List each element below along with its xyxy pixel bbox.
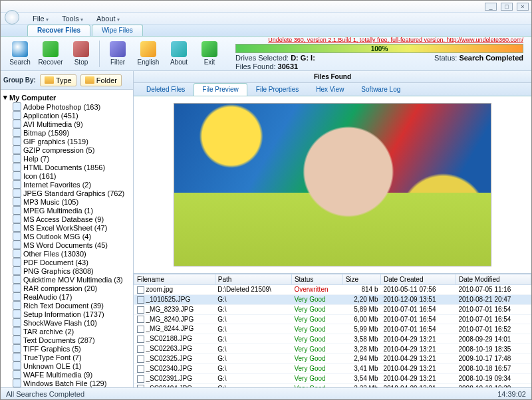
tree-item[interactable]: MS Word Documents (45): [2, 241, 132, 249]
stop-button[interactable]: Stop: [66, 39, 96, 69]
row-checkbox[interactable]: [137, 375, 144, 383]
search-icon: [12, 41, 28, 57]
filetype-icon: [13, 344, 21, 353]
table-row[interactable]: _SC02263.JPGG:\Very Good3,28 Mb2010-04-2…: [134, 344, 531, 354]
menu-about[interactable]: About: [91, 14, 125, 23]
table-row[interactable]: _SC02404.JPGG:\Very Good3,33 Mb2010-04-2…: [134, 383, 531, 387]
tab-software-log[interactable]: Software Log: [352, 83, 409, 96]
tree-item[interactable]: RAR compression (20): [2, 284, 132, 292]
row-checkbox[interactable]: [137, 306, 144, 314]
file-list[interactable]: Filename Path Status Size Date Created D…: [134, 273, 531, 387]
filetype-icon: [13, 189, 21, 197]
tree-item[interactable]: PNG Graphics (8308): [2, 266, 132, 275]
close-button[interactable]: ×: [517, 3, 529, 11]
tree-item[interactable]: GZIP compression (5): [2, 146, 132, 154]
tree-item[interactable]: TrueType Font (7): [2, 353, 132, 361]
about-button[interactable]: About: [164, 39, 194, 69]
tree-item[interactable]: Text Documents (287): [2, 336, 132, 344]
table-row[interactable]: _1010525.JPGG:\Very Good2,20 Mb2010-12-0…: [134, 294, 531, 304]
recover-button[interactable]: Recover: [36, 39, 65, 69]
tree-root[interactable]: ▾ My Computer: [2, 92, 132, 102]
tree-item[interactable]: GIF graphics (1519): [2, 137, 132, 146]
col-created[interactable]: Date Created: [381, 274, 456, 285]
row-checkbox[interactable]: [137, 385, 144, 387]
tree-item[interactable]: Rich Text Document (39): [2, 301, 132, 310]
table-row[interactable]: _SC02340.JPGG:\Very Good3,41 Mb2010-04-2…: [134, 363, 531, 373]
tree-item[interactable]: Icon (161): [2, 171, 132, 180]
minimize-button[interactable]: _: [485, 3, 497, 11]
tab-file-preview[interactable]: File Preview: [194, 83, 247, 96]
filetype-icon: [13, 336, 21, 344]
search-button[interactable]: Search: [5, 39, 35, 69]
tree-item[interactable]: RealAudio (17): [2, 292, 132, 301]
tab-recover-files[interactable]: Recover Files: [27, 25, 90, 36]
tree-item[interactable]: Help (7): [2, 154, 132, 163]
tree-item[interactable]: MPEG Multimedia (1): [2, 206, 132, 215]
col-size[interactable]: Size: [342, 274, 380, 285]
table-row[interactable]: zoom.jpgD:\Deleted 21509\Overwritten814 …: [134, 285, 531, 295]
row-checkbox[interactable]: [137, 326, 144, 333]
row-checkbox[interactable]: [137, 355, 144, 363]
tree-item[interactable]: PDF Document (43): [2, 258, 132, 266]
table-row[interactable]: _SC02391.JPGG:\Very Good3,54 Mb2010-04-2…: [134, 373, 531, 383]
row-checkbox[interactable]: [137, 365, 144, 373]
tree-item[interactable]: HTML Documents (1856): [2, 163, 132, 171]
tree-item[interactable]: Application (451): [2, 111, 132, 120]
preview-pane: [134, 96, 531, 273]
tree-item[interactable]: TIFF Graphics (5): [2, 344, 132, 353]
tree-item[interactable]: MS Access Database (9): [2, 215, 132, 223]
tree-item[interactable]: AVI Multimedia (9): [2, 120, 132, 128]
tree-item[interactable]: ShockWave Flash (10): [2, 318, 132, 327]
filetype-icon: [13, 327, 21, 336]
language-button[interactable]: English: [134, 39, 163, 69]
maximize-button[interactable]: □: [501, 3, 513, 11]
tree-item[interactable]: Quicktime MOV Multimedia (3): [2, 275, 132, 284]
col-status[interactable]: Status: [291, 274, 342, 285]
filetype-icon: [13, 146, 21, 154]
tree-item[interactable]: Adobe Photoshop (163): [2, 102, 132, 111]
tree-item[interactable]: MS Excel WorkSheet (47): [2, 223, 132, 232]
col-modified[interactable]: Date Modified: [456, 274, 531, 285]
version-banner-link[interactable]: Undelete 360, version 2.1.Build 1, total…: [235, 37, 523, 43]
group-folder-button[interactable]: Folder: [80, 74, 122, 86]
tab-wipe-files[interactable]: Wipe Files: [92, 25, 143, 36]
tree-item[interactable]: WAFE Multimedia (9): [2, 370, 132, 379]
tree-item[interactable]: Other Files (13030): [2, 249, 132, 258]
tree-item[interactable]: Bitmap (1599): [2, 128, 132, 137]
tab-deleted-files[interactable]: Deleted Files: [138, 83, 194, 96]
row-checkbox[interactable]: [137, 296, 144, 304]
col-filename[interactable]: Filename: [134, 274, 215, 285]
tree-item[interactable]: MP3 Music (105): [2, 197, 132, 206]
about-icon: [171, 41, 187, 57]
tree-item[interactable]: Internet Favorites (2): [2, 180, 132, 189]
filter-button[interactable]: Filter: [103, 39, 132, 69]
tree-item[interactable]: Setup Information (1737): [2, 310, 132, 318]
file-type-tree[interactable]: ▾ My Computer Adobe Photoshop (163)Appli…: [1, 90, 133, 387]
tree-item[interactable]: MS Outlook MSG (4): [2, 232, 132, 241]
menu-file[interactable]: File: [27, 14, 54, 23]
group-type-button[interactable]: Type: [40, 74, 76, 86]
tree-item[interactable]: Windows Batch File (129): [2, 379, 132, 387]
row-checkbox[interactable]: [137, 346, 144, 353]
table-row[interactable]: _MG_8239.JPGG:\Very Good5,89 Mb2010-07-0…: [134, 304, 531, 314]
folder-icon: [85, 76, 94, 84]
filetype-icon: [13, 206, 21, 215]
row-checkbox[interactable]: [137, 286, 144, 294]
tree-item[interactable]: JPEG Standard Graphics (762): [2, 189, 132, 197]
tab-hex-view[interactable]: Hex View: [307, 83, 352, 96]
table-row[interactable]: _SC02188.JPGG:\Very Good3,58 Mb2010-04-2…: [134, 334, 531, 344]
filetype-icon: [13, 249, 21, 258]
exit-button[interactable]: Exit: [195, 39, 224, 69]
filetype-icon: [13, 197, 21, 206]
filetype-icon: [13, 154, 21, 163]
table-row[interactable]: _MG_8244.JPGG:\Very Good5,99 Mb2010-07-0…: [134, 324, 531, 334]
table-row[interactable]: _SC02325.JPGG:\Very Good2,94 Mb2010-04-2…: [134, 354, 531, 364]
col-path[interactable]: Path: [215, 274, 291, 285]
row-checkbox[interactable]: [137, 316, 144, 323]
row-checkbox[interactable]: [137, 336, 144, 343]
tree-item[interactable]: Unknown OLE (1): [2, 361, 132, 370]
tab-file-properties[interactable]: File Properties: [247, 83, 307, 96]
menu-tools[interactable]: Tools: [57, 14, 88, 23]
table-row[interactable]: _MG_8240.JPGG:\Very Good6,00 Mb2010-07-0…: [134, 314, 531, 324]
tree-item[interactable]: TAR archive (2): [2, 327, 132, 336]
